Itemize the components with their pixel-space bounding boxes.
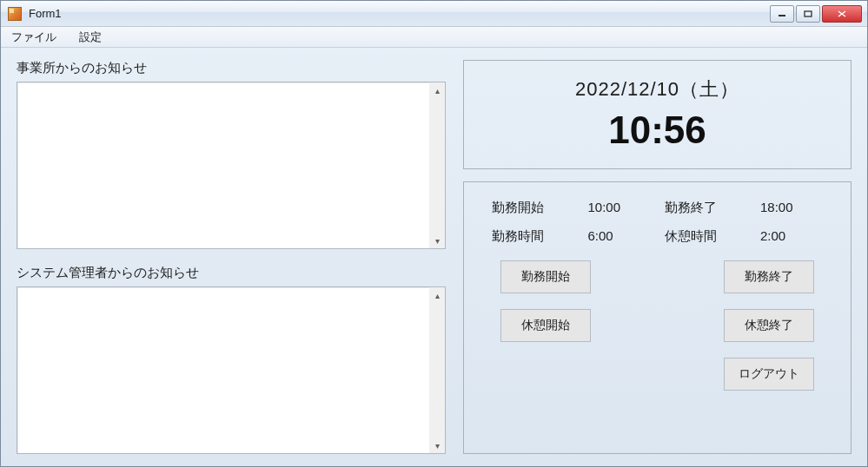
scroll-up-icon[interactable]: ▴	[429, 82, 445, 98]
break-hours-label: 休憩時間	[665, 228, 746, 245]
scrollbar[interactable]: ▴ ▾	[429, 82, 445, 248]
right-column: 2022/12/10（土） 10:56 勤務開始 10:00 勤務終了 18:0…	[463, 60, 851, 454]
date-display: 2022/12/10（土）	[480, 76, 835, 102]
admin-notice-text	[17, 287, 429, 453]
minimize-icon	[778, 10, 786, 17]
end-work-button[interactable]: 勤務終了	[724, 260, 814, 293]
window-title: Form1	[25, 7, 770, 20]
work-panel: 勤務開始 10:00 勤務終了 18:00 勤務時間 6:00 休憩時間 2:0…	[463, 181, 851, 454]
maximize-icon	[804, 10, 812, 17]
svg-rect-0	[779, 15, 785, 16]
work-start-label: 勤務開始	[492, 200, 573, 216]
start-work-button[interactable]: 勤務開始	[500, 260, 591, 293]
start-break-button[interactable]: 休憩開始	[500, 309, 591, 342]
maximize-button[interactable]	[796, 5, 820, 23]
work-end-value: 18:00	[760, 200, 823, 216]
scroll-up-icon[interactable]: ▴	[429, 287, 445, 303]
scrollbar[interactable]: ▴ ▾	[429, 287, 445, 453]
menu-file[interactable]: ファイル	[6, 28, 62, 47]
close-icon	[838, 10, 846, 17]
work-hours-value: 6:00	[588, 228, 651, 245]
clock-panel: 2022/12/10（土） 10:56	[463, 60, 851, 169]
app-icon	[8, 7, 22, 21]
button-row: ログアウト	[480, 358, 835, 391]
menubar: ファイル 設定	[1, 27, 867, 48]
work-hours-label: 勤務時間	[492, 228, 573, 245]
left-column: 事業所からのお知らせ ▴ ▾ システム管理者からのお知らせ ▴ ▾	[17, 60, 446, 454]
titlebar: Form1	[1, 1, 867, 27]
office-notice-label: 事業所からのお知らせ	[17, 60, 446, 76]
time-display: 10:56	[480, 111, 835, 149]
scroll-down-icon[interactable]: ▾	[429, 437, 445, 453]
work-start-value: 10:00	[588, 200, 651, 216]
logout-button[interactable]: ログアウト	[724, 358, 814, 391]
work-info-grid: 勤務開始 10:00 勤務終了 18:00 勤務時間 6:00 休憩時間 2:0…	[480, 194, 835, 245]
button-row: 休憩開始 休憩終了	[480, 309, 835, 342]
menu-settings[interactable]: 設定	[74, 28, 107, 47]
office-notice-text	[17, 82, 429, 248]
end-break-button[interactable]: 休憩終了	[724, 309, 814, 342]
minimize-button[interactable]	[770, 5, 794, 23]
break-hours-value: 2:00	[760, 228, 823, 245]
work-end-label: 勤務終了	[665, 200, 746, 216]
admin-notice-label: システム管理者からのお知らせ	[17, 265, 446, 281]
admin-notice-textbox[interactable]: ▴ ▾	[17, 286, 446, 454]
window-controls	[770, 5, 862, 23]
client-area: 事業所からのお知らせ ▴ ▾ システム管理者からのお知らせ ▴ ▾ 2022/1…	[1, 48, 867, 466]
office-notice-textbox[interactable]: ▴ ▾	[17, 82, 446, 249]
scroll-down-icon[interactable]: ▾	[429, 233, 445, 248]
svg-rect-1	[805, 11, 812, 16]
app-window: Form1 ファイル 設定 事業所からのお知らせ ▴ ▾	[0, 0, 868, 467]
close-button[interactable]	[822, 5, 862, 23]
button-row: 勤務開始 勤務終了	[480, 260, 835, 293]
